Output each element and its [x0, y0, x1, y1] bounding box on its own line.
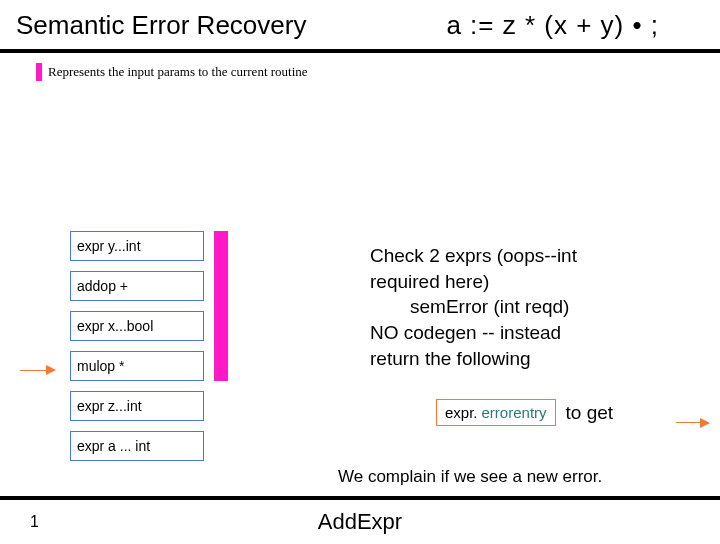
pink-marker-icon: [36, 63, 42, 81]
footer: 1 AddExpr: [0, 500, 720, 544]
parse-stack: expr y...int addop + expr x...bool mulop…: [70, 231, 204, 471]
stack-item: mulop *: [70, 351, 204, 381]
expression-text: a := z * (x + y) • ;: [446, 10, 659, 41]
arrow-right-icon: [676, 413, 710, 431]
complain-text: We complain if we see a new error.: [338, 467, 602, 487]
explain-line: required here): [370, 269, 690, 295]
explain-line: NO codegen -- instead: [370, 320, 690, 346]
explain-line: return the following: [370, 346, 690, 372]
legend-text: Represents the input params to the curre…: [48, 64, 308, 80]
slide-title: Semantic Error Recovery: [16, 10, 306, 41]
toget-text: to get: [566, 402, 614, 424]
explain-line: semError (int reqd): [370, 294, 690, 320]
legend: Represents the input params to the curre…: [0, 53, 720, 81]
footer-title: AddExpr: [318, 509, 402, 535]
errorentry-box: expr. errorentry: [436, 399, 556, 426]
errorentry-prefix: expr.: [445, 404, 478, 421]
stack-item: expr z...int: [70, 391, 204, 421]
errorentry-row: expr. errorentry to get: [436, 399, 613, 426]
slide: Semantic Error Recovery a := z * (x + y)…: [0, 0, 720, 544]
input-params-bar-icon: [214, 231, 228, 381]
errorentry-token: errorentry: [482, 404, 547, 421]
explain-line: Check 2 exprs (oops--int: [370, 243, 690, 269]
explanation-block: Check 2 exprs (oops--int required here) …: [370, 243, 690, 371]
stack-item: addop +: [70, 271, 204, 301]
title-row: Semantic Error Recovery a := z * (x + y)…: [0, 0, 720, 49]
stack-item: expr y...int: [70, 231, 204, 261]
arrow-left-icon: [20, 359, 56, 380]
page-number: 1: [30, 513, 39, 531]
stack-item: expr x...bool: [70, 311, 204, 341]
stack-item: expr a ... int: [70, 431, 204, 461]
